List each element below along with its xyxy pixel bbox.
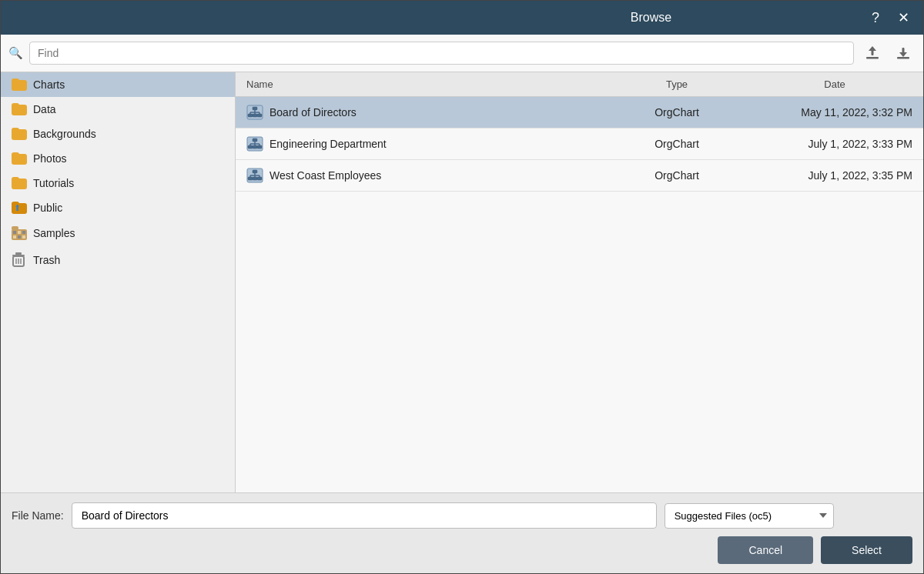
column-header-date: Date — [746, 72, 923, 96]
file-type-cell: OrgChart — [608, 98, 746, 126]
samples-icon — [12, 226, 27, 240]
sidebar-item-public-label: Public — [33, 202, 62, 214]
svg-rect-47 — [248, 177, 253, 180]
footer: File Name: Suggested Files (oc5) Cancel … — [1, 492, 923, 573]
select-button[interactable]: Select — [821, 536, 912, 564]
svg-rect-13 — [22, 235, 25, 239]
sidebar: Charts Data Backgrounds — [1, 72, 236, 492]
cancel-button[interactable]: Cancel — [718, 536, 813, 564]
sidebar-item-charts[interactable]: Charts — [1, 72, 235, 97]
help-button[interactable]: ? — [865, 7, 886, 28]
file-name-cell: Board of Directors — [236, 97, 608, 128]
search-icon: 🔍 — [8, 46, 23, 60]
filename-row: File Name: Suggested Files (oc5) — [12, 502, 912, 529]
file-name-cell: Engineering Department — [236, 128, 608, 159]
svg-rect-10 — [22, 231, 25, 234]
svg-rect-39 — [257, 145, 262, 149]
svg-rect-37 — [248, 145, 253, 149]
sidebar-item-tutorials[interactable]: Tutorials — [1, 171, 235, 195]
sidebar-item-photos-label: Photos — [33, 152, 67, 165]
browse-dialog: Browse ? ✕ 🔍 — [0, 0, 924, 574]
main-content: Charts Data Backgrounds — [1, 72, 923, 492]
folder-icon — [12, 128, 27, 140]
table-row[interactable]: Engineering Department OrgChart July 1, … — [236, 128, 923, 160]
sidebar-item-samples[interactable]: Samples — [1, 220, 235, 246]
orgchart-icon — [246, 105, 263, 120]
file-date-cell: July 1, 2022, 3:33 PM — [746, 130, 923, 158]
upload-button[interactable] — [860, 41, 885, 65]
title-bar: Browse ? ✕ — [1, 1, 923, 35]
svg-rect-29 — [257, 114, 262, 117]
svg-rect-41 — [253, 170, 257, 173]
file-type-cell: OrgChart — [608, 130, 746, 158]
svg-rect-11 — [13, 235, 16, 239]
folder-icon — [12, 103, 27, 115]
download-icon — [895, 45, 912, 62]
svg-rect-49 — [257, 177, 262, 180]
sidebar-item-trash[interactable]: Trash — [1, 246, 235, 274]
svg-rect-28 — [253, 114, 257, 117]
sidebar-item-backgrounds[interactable]: Backgrounds — [1, 122, 235, 146]
svg-rect-27 — [248, 114, 253, 117]
sidebar-item-trash-label: Trash — [33, 254, 60, 266]
svg-rect-12 — [18, 235, 21, 239]
column-header-type: Type — [608, 72, 746, 96]
svg-marker-2 — [869, 46, 876, 51]
download-button[interactable] — [891, 41, 916, 65]
sidebar-item-data[interactable]: Data — [1, 97, 235, 122]
search-input[interactable] — [29, 42, 854, 65]
table-row[interactable]: Board of Directors OrgChart May 11, 2022… — [236, 97, 923, 128]
svg-rect-3 — [897, 57, 909, 59]
svg-rect-21 — [253, 107, 257, 110]
folder-icon — [12, 177, 27, 189]
svg-marker-5 — [899, 52, 907, 57]
public-folder-icon: ⬆ — [12, 202, 27, 214]
filename-input[interactable] — [72, 502, 657, 529]
dialog-title: Browse — [437, 11, 865, 25]
sidebar-item-tutorials-label: Tutorials — [33, 177, 74, 189]
svg-rect-31 — [253, 138, 257, 142]
file-list-header: Name Type Date — [236, 72, 923, 97]
svg-rect-48 — [253, 177, 257, 180]
svg-rect-38 — [253, 145, 257, 149]
svg-rect-15 — [15, 252, 22, 255]
close-button[interactable]: ✕ — [892, 7, 914, 28]
file-list: Name Type Date — [236, 72, 923, 492]
public-arrow-icon: ⬆ — [14, 203, 21, 213]
file-date-cell: May 11, 2022, 3:32 PM — [746, 98, 923, 126]
sidebar-item-data-label: Data — [33, 103, 56, 115]
folder-icon — [12, 78, 27, 91]
file-name-cell: West Coast Employees — [236, 160, 608, 191]
orgchart-icon — [246, 168, 263, 183]
sidebar-item-public[interactable]: ⬆ Public — [1, 195, 235, 220]
sidebar-item-samples-label: Samples — [33, 227, 75, 239]
orgchart-icon — [246, 136, 263, 152]
search-bar: 🔍 — [1, 35, 923, 72]
file-row-name: Engineering Department — [270, 138, 387, 150]
title-bar-actions: ? ✕ — [865, 7, 914, 28]
file-row-name: West Coast Employees — [270, 169, 381, 182]
svg-rect-7 — [12, 226, 18, 230]
sidebar-item-photos[interactable]: Photos — [1, 146, 235, 171]
trash-icon — [12, 252, 27, 268]
filename-label: File Name: — [12, 509, 64, 522]
file-type-cell: OrgChart — [608, 162, 746, 189]
column-header-name: Name — [236, 72, 608, 96]
filetype-select[interactable]: Suggested Files (oc5) — [665, 503, 834, 529]
sidebar-item-backgrounds-label: Backgrounds — [33, 128, 96, 140]
svg-rect-0 — [866, 57, 879, 59]
file-row-name: Board of Directors — [270, 106, 357, 118]
svg-rect-8 — [13, 231, 16, 234]
upload-icon — [864, 45, 881, 62]
table-row[interactable]: West Coast Employees OrgChart July 1, 20… — [236, 160, 923, 192]
svg-rect-9 — [18, 231, 21, 234]
folder-icon — [12, 152, 27, 165]
footer-buttons: Cancel Select — [12, 536, 912, 564]
file-date-cell: July 1, 2022, 3:35 PM — [746, 162, 923, 189]
sidebar-item-charts-label: Charts — [33, 78, 65, 91]
